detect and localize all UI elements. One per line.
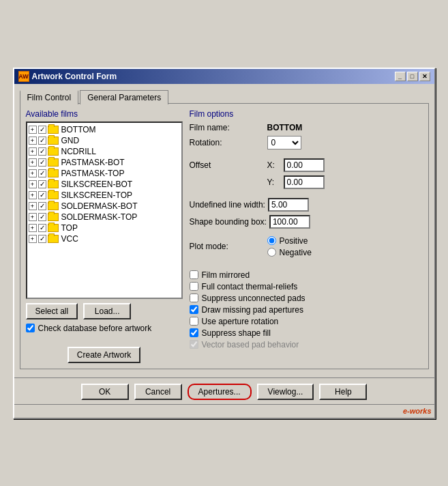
titlebar: AW Artwork Control Form _ □ ✕ bbox=[14, 69, 434, 84]
film-option-label-6: Vector based pad behavior bbox=[202, 340, 299, 349]
close-button[interactable]: ✕ bbox=[419, 72, 430, 81]
film-option-checkbox-0[interactable] bbox=[190, 270, 198, 279]
viewlog-button[interactable]: Viewlog... bbox=[257, 384, 314, 400]
plot-mode-radio-group: Positive Negative bbox=[267, 236, 312, 257]
film-option-checkbox-row: Suppress shape fill bbox=[190, 328, 423, 338]
film-name-label: SILKSCREEN-BOT bbox=[61, 180, 133, 189]
folder-icon bbox=[48, 180, 59, 188]
plot-mode-positive-label: Positive bbox=[280, 236, 308, 246]
offset-x-input[interactable] bbox=[284, 158, 325, 172]
check-database-checkbox[interactable] bbox=[26, 324, 35, 332]
cancel-button[interactable]: Cancel bbox=[134, 384, 182, 400]
plot-mode-negative-radio[interactable] bbox=[267, 248, 276, 257]
offset-y-input[interactable] bbox=[284, 175, 325, 189]
film-option-checkbox-row: Use aperture rotation bbox=[190, 317, 423, 326]
film-options-label: Film options bbox=[190, 109, 423, 119]
film-list[interactable]: + ✓ BOTTOM + ✓ GND + ✓ NCDRILL + ✓ PASTM… bbox=[26, 121, 183, 299]
shape-bounding-box-row: Shape bounding box: bbox=[190, 215, 423, 229]
film-option-label-0: Film mirrored bbox=[202, 270, 250, 280]
plot-mode-negative-label: Negative bbox=[280, 248, 312, 257]
film-checkbox[interactable]: ✓ bbox=[38, 158, 46, 167]
check-database-row: Check database before artwork bbox=[26, 324, 183, 333]
film-name-label: SOLDERMASK-BOT bbox=[61, 201, 138, 211]
expand-btn[interactable]: + bbox=[29, 213, 37, 221]
check-database-label: Check database before artwork bbox=[38, 324, 152, 333]
film-name-label: GND bbox=[61, 136, 80, 145]
rotation-label: Rotation: bbox=[190, 138, 265, 147]
expand-btn[interactable]: + bbox=[29, 126, 37, 134]
film-checkbox[interactable]: ✓ bbox=[38, 169, 46, 177]
undefined-line-width-input[interactable] bbox=[268, 198, 309, 212]
available-films-label: Available films bbox=[26, 109, 183, 119]
film-option-checkbox-4[interactable] bbox=[190, 317, 198, 326]
film-item[interactable]: + ✓ GND bbox=[29, 135, 180, 146]
film-option-checkbox-5[interactable] bbox=[190, 328, 198, 337]
film-option-checkbox-3[interactable] bbox=[190, 305, 198, 314]
tab-film-control[interactable]: Film Control bbox=[20, 90, 79, 104]
statusbar: e-works bbox=[14, 404, 434, 418]
film-checkbox[interactable]: ✓ bbox=[38, 202, 46, 210]
titlebar-left: AW Artwork Control Form bbox=[18, 71, 117, 82]
ok-button[interactable]: OK bbox=[81, 384, 129, 400]
film-name-label: PASTMASK-BOT bbox=[61, 158, 125, 167]
film-item[interactable]: + ✓ PASTMASK-TOP bbox=[29, 168, 180, 179]
film-checkbox[interactable]: ✓ bbox=[38, 213, 46, 221]
plot-mode-row: Plot mode: Positive Negative bbox=[190, 236, 423, 257]
plot-mode-label: Plot mode: bbox=[190, 242, 265, 251]
film-item[interactable]: + ✓ TOP bbox=[29, 223, 180, 233]
film-item[interactable]: + ✓ BOTTOM bbox=[29, 124, 180, 135]
help-button[interactable]: Help bbox=[319, 384, 367, 400]
expand-btn[interactable]: + bbox=[29, 158, 37, 167]
plot-mode-positive-row: Positive bbox=[267, 236, 312, 246]
film-checkbox[interactable]: ✓ bbox=[38, 137, 46, 145]
expand-btn[interactable]: + bbox=[29, 137, 37, 145]
film-name-label: PASTMASK-TOP bbox=[61, 169, 125, 178]
offset-x-row: Offset X: bbox=[190, 158, 423, 172]
film-item[interactable]: + ✓ SILKSCREEN-BOT bbox=[29, 179, 180, 190]
film-item[interactable]: + ✓ PASTMASK-BOT bbox=[29, 157, 180, 168]
expand-btn[interactable]: + bbox=[29, 224, 37, 232]
load-button[interactable]: Load... bbox=[83, 303, 131, 319]
film-name-label: BOTTOM bbox=[61, 125, 96, 134]
apertures-button[interactable]: Apertures... bbox=[188, 384, 252, 400]
film-item[interactable]: + ✓ SOLDERMASK-BOT bbox=[29, 201, 180, 212]
folder-icon bbox=[48, 137, 59, 145]
rotation-select[interactable]: 0 bbox=[267, 136, 301, 149]
content-area: Film Control General Parameters Availabl… bbox=[14, 84, 434, 375]
folder-icon bbox=[48, 126, 59, 134]
film-checkbox[interactable]: ✓ bbox=[38, 235, 46, 243]
expand-btn[interactable]: + bbox=[29, 202, 37, 210]
film-checkbox[interactable]: ✓ bbox=[38, 147, 46, 156]
film-name-label: NCDRILL bbox=[61, 147, 96, 156]
create-artwork-button[interactable]: Create Artwork bbox=[68, 347, 140, 363]
expand-btn[interactable]: + bbox=[29, 191, 37, 199]
film-item[interactable]: + ✓ VCC bbox=[29, 233, 180, 244]
offset-label: Offset bbox=[190, 160, 265, 170]
titlebar-buttons: _ □ ✕ bbox=[395, 72, 430, 81]
expand-btn[interactable]: + bbox=[29, 235, 37, 243]
film-option-checkbox-1[interactable] bbox=[190, 282, 198, 291]
minimize-button[interactable]: _ bbox=[395, 72, 406, 81]
select-all-button[interactable]: Select all bbox=[26, 303, 78, 319]
create-artwork-container: Create Artwork bbox=[26, 347, 183, 363]
film-checkbox[interactable]: ✓ bbox=[38, 126, 46, 134]
plot-mode-positive-radio[interactable] bbox=[267, 236, 276, 245]
expand-btn[interactable]: + bbox=[29, 180, 37, 188]
folder-icon bbox=[48, 202, 59, 210]
film-option-checkbox-2[interactable] bbox=[190, 294, 198, 302]
folder-icon bbox=[48, 147, 59, 156]
film-option-checkbox-row: Vector based pad behavior bbox=[190, 340, 423, 349]
undefined-line-width-label: Undefined line width: bbox=[190, 200, 265, 210]
film-item[interactable]: + ✓ SILKSCREEN-TOP bbox=[29, 190, 180, 201]
expand-btn[interactable]: + bbox=[29, 169, 37, 177]
film-checkbox[interactable]: ✓ bbox=[38, 191, 46, 199]
film-checkbox[interactable]: ✓ bbox=[38, 180, 46, 188]
shape-bounding-box-input[interactable] bbox=[269, 215, 310, 229]
film-item[interactable]: + ✓ NCDRILL bbox=[29, 146, 180, 157]
app-icon: AW bbox=[18, 71, 29, 82]
expand-btn[interactable]: + bbox=[29, 147, 37, 156]
tab-general-parameters[interactable]: General Parameters bbox=[80, 90, 168, 104]
film-item[interactable]: + ✓ SOLDERMASK-TOP bbox=[29, 212, 180, 223]
maximize-button[interactable]: □ bbox=[407, 72, 418, 81]
film-checkbox[interactable]: ✓ bbox=[38, 224, 46, 232]
